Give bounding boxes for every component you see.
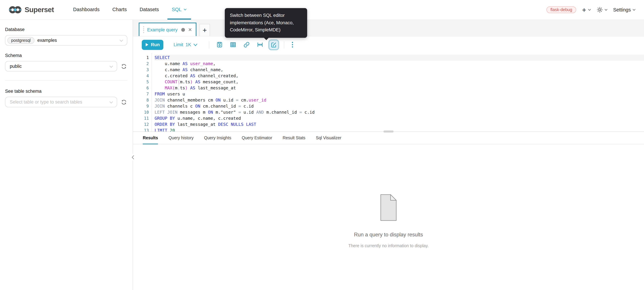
limit-dropdown[interactable]: Limit 1K (174, 42, 198, 47)
refresh-tables-button[interactable] (120, 99, 127, 105)
results-empty-state: Run a query to display results There is … (133, 144, 644, 248)
line-number: 2 (133, 61, 149, 67)
database-select[interactable]: postgresql examples (5, 35, 127, 45)
line-number: 4 (133, 73, 149, 79)
superset-logo-icon (9, 5, 22, 15)
editor-code[interactable]: SELECT u.name AS user_name, c.name AS ch… (152, 53, 644, 131)
code-line[interactable]: ORDER BY last_message_at DESC NULLS LAST (154, 121, 644, 127)
chevron-left-icon (132, 155, 134, 159)
code-line[interactable]: JOIN channel_members cm ON u.id = cm.use… (154, 97, 644, 103)
navbar: Superset Dashboards Charts Datasets SQL … (0, 0, 644, 20)
line-number: 8 (133, 97, 149, 103)
settings-label: Settings (613, 7, 631, 12)
tab-query-estimator[interactable]: Query Estimator (242, 132, 272, 144)
nav-item-datasets[interactable]: Datasets (135, 0, 163, 19)
chevron-down-icon (194, 43, 198, 46)
query-editor-tab[interactable]: Example query ✕ (139, 22, 196, 36)
superset-sql-lab-page: Superset Dashboards Charts Datasets SQL … (0, 0, 644, 290)
line-number: 6 (133, 85, 149, 91)
database-type-badge: postgresql (8, 37, 34, 44)
schema-value: public (8, 64, 22, 69)
close-icon[interactable]: ✕ (188, 27, 192, 32)
copy-link-button[interactable] (242, 41, 250, 49)
tab-results[interactable]: Results (143, 132, 158, 144)
editor-resize-handle[interactable] (384, 130, 394, 133)
tab-query-history[interactable]: Query history (168, 132, 194, 144)
tab-query-insights[interactable]: Query Insights (204, 132, 231, 144)
code-line[interactable]: GROUP BY u.name, c.name, c.created (154, 115, 644, 121)
schema-label: Schema (5, 53, 127, 58)
link-icon (243, 41, 250, 48)
document-icon (380, 194, 396, 221)
new-tab-button[interactable]: + (200, 24, 210, 36)
tab-result-stats[interactable]: Result Stats (283, 132, 306, 144)
collapse-sidebar-button[interactable] (130, 154, 136, 161)
table-select-placeholder: Select table or type to search tables (8, 99, 82, 104)
switch-editor-button[interactable] (268, 39, 279, 50)
code-line[interactable]: MAX(m.ts) AS last_message_at (154, 85, 644, 91)
nav-item-dashboards[interactable]: Dashboards (69, 0, 104, 19)
brand-name: Superset (25, 6, 54, 14)
results-tab-bar: Results Query history Query Insights Que… (133, 132, 644, 144)
refresh-schemas-button[interactable] (120, 63, 127, 70)
line-number: 13 (133, 127, 149, 132)
environment-tag: flask-debug (546, 6, 576, 13)
code-line[interactable]: LIMIT 20 (154, 127, 644, 132)
refresh-icon (121, 99, 127, 105)
more-actions-button[interactable] (288, 41, 296, 49)
line-number: 7 (133, 91, 149, 97)
nav-item-sql[interactable]: SQL (168, 0, 191, 19)
toolbar-divider (209, 41, 210, 48)
tab-sql-visualizer[interactable]: Sql Visualizer (316, 132, 342, 144)
chevron-down-icon (588, 9, 591, 11)
theme-menu[interactable] (596, 7, 608, 13)
tooltip-arrow (264, 37, 269, 40)
code-line[interactable]: JOIN channels c ON cm.channel_id = c.id (154, 103, 644, 109)
line-number: 10 (133, 109, 149, 115)
code-line[interactable]: LEFT JOIN messages m ON m."user" = u.id … (154, 109, 644, 115)
create-view-button[interactable] (229, 41, 237, 49)
save-icon (216, 41, 223, 48)
chevron-down-icon (109, 65, 113, 68)
table-select[interactable]: Select table or type to search tables (5, 97, 117, 107)
plus-icon: + (582, 6, 586, 13)
chevron-down-icon (632, 9, 636, 11)
nav-item-charts[interactable]: Charts (108, 0, 131, 19)
code-line[interactable]: COUNT(m.ts) AS message_count, (154, 79, 644, 85)
code-line[interactable]: SELECT (154, 55, 644, 61)
line-number: 3 (133, 67, 149, 73)
tooltip-text: Switch between SQL editor implementation… (230, 13, 294, 32)
plus-icon: + (203, 26, 207, 34)
schema-select[interactable]: public (5, 61, 117, 71)
sql-editor[interactable]: 12345678910111213 SELECT u.name AS user_… (133, 53, 644, 132)
line-number: 5 (133, 79, 149, 85)
editor-tab-strip: Example query ✕ + (133, 20, 644, 36)
format-sql-button[interactable] (256, 41, 264, 49)
theme-sun-icon (596, 7, 603, 13)
limit-label: Limit (174, 42, 183, 47)
new-item-menu[interactable]: + (582, 6, 591, 13)
line-number: 9 (133, 103, 149, 109)
code-line[interactable]: FROM users u (154, 91, 644, 97)
navbar-right: flask-debug + Settings (546, 0, 636, 19)
code-line[interactable]: c.created AS channel_created, (154, 73, 644, 79)
line-number: 12 (133, 121, 149, 127)
save-query-button[interactable] (216, 41, 224, 49)
indent-guide (178, 61, 179, 91)
sidebar-divider (5, 80, 127, 81)
settings-menu[interactable]: Settings (613, 7, 636, 12)
editor-switch-tooltip: Switch between SQL editor implementation… (225, 8, 307, 38)
code-line[interactable]: c.name AS channel_name, (154, 67, 644, 73)
empty-state-subtitle: There is currently no information to dis… (133, 244, 644, 248)
drag-handle-icon[interactable] (143, 26, 144, 33)
chevron-down-icon (604, 9, 608, 11)
run-button[interactable]: Run (142, 40, 164, 50)
code-line[interactable]: u.name AS user_name, (154, 61, 644, 67)
unsaved-changes-indicator (182, 28, 185, 31)
more-vertical-icon (292, 41, 293, 48)
edit-icon (271, 42, 277, 48)
brand[interactable]: Superset (9, 0, 54, 19)
table-icon (230, 41, 236, 48)
toolbar-divider (284, 41, 284, 48)
sql-lab-main: Example query ✕ + Run Limit 1K (133, 20, 644, 290)
